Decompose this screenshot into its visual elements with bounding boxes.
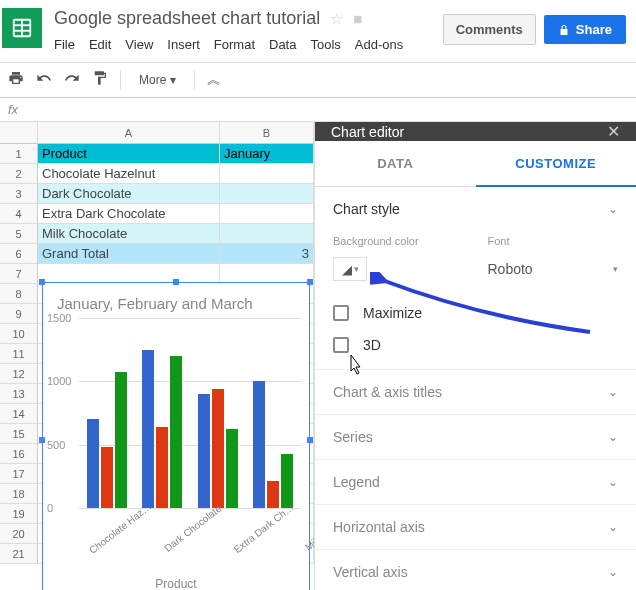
section-titles[interactable]: Chart & axis titles⌄ — [315, 370, 636, 414]
cell[interactable]: Chocolate Hazelnut — [38, 164, 220, 184]
row-header[interactable]: 18 — [0, 484, 38, 504]
chevron-down-icon: ⌄ — [608, 520, 618, 534]
dropdown-icon: ▾ — [613, 264, 618, 274]
cell[interactable] — [220, 264, 314, 284]
cell[interactable]: Dark Chocolate — [38, 184, 220, 204]
row-header[interactable]: 21 — [0, 544, 38, 564]
cell[interactable] — [220, 184, 314, 204]
col-header-b[interactable]: B — [220, 122, 314, 144]
row-header[interactable]: 4 — [0, 204, 38, 224]
chart-x-labels: Chocolate Haz…Dark ChocolateExtra Dark C… — [43, 518, 309, 535]
chevron-down-icon: ⌄ — [608, 565, 618, 579]
section-haxis[interactable]: Horizontal axis⌄ — [315, 505, 636, 549]
star-icon[interactable]: ☆ — [330, 10, 343, 28]
select-all-corner[interactable] — [0, 122, 38, 144]
row-header[interactable]: 9 — [0, 304, 38, 324]
cell[interactable] — [220, 204, 314, 224]
menu-format[interactable]: Format — [214, 37, 255, 52]
row-header[interactable]: 14 — [0, 404, 38, 424]
chart-title: January, February and March — [43, 283, 309, 318]
row-header[interactable]: 5 — [0, 224, 38, 244]
row-header[interactable]: 16 — [0, 444, 38, 464]
resize-handle[interactable] — [307, 279, 313, 285]
menu-view[interactable]: View — [125, 37, 153, 52]
sheets-logo[interactable] — [2, 8, 42, 48]
menu-edit[interactable]: Edit — [89, 37, 111, 52]
menu-addons[interactable]: Add-ons — [355, 37, 403, 52]
menu-data[interactable]: Data — [269, 37, 296, 52]
chevron-down-icon: ⌄ — [608, 202, 618, 216]
undo-icon[interactable] — [36, 70, 52, 90]
cell[interactable]: Grand Total — [38, 244, 220, 264]
row-header[interactable]: 15 — [0, 424, 38, 444]
row-header[interactable]: 13 — [0, 384, 38, 404]
chevron-down-icon: ⌄ — [608, 475, 618, 489]
embedded-chart[interactable]: January, February and March 050010001500… — [42, 282, 310, 590]
chevron-down-icon: ⌄ — [608, 430, 618, 444]
cell[interactable]: Product — [38, 144, 220, 164]
row-header[interactable]: 7 — [0, 264, 38, 284]
cell[interactable] — [220, 164, 314, 184]
redo-icon[interactable] — [64, 70, 80, 90]
chevron-down-icon: ⌄ — [608, 385, 618, 399]
folder-icon[interactable]: ■ — [353, 10, 362, 27]
resize-handle[interactable] — [173, 279, 179, 285]
toolbar-separator — [120, 70, 121, 90]
fill-icon: ◢ — [342, 262, 352, 277]
3d-label: 3D — [363, 337, 381, 353]
bgcolor-label: Background color — [333, 235, 464, 257]
3d-checkbox[interactable] — [333, 337, 349, 353]
cell[interactable]: January — [220, 144, 314, 164]
row-header[interactable]: 19 — [0, 504, 38, 524]
row-header[interactable]: 8 — [0, 284, 38, 304]
bgcolor-picker[interactable]: ◢▾ — [333, 257, 367, 281]
section-legend[interactable]: Legend⌄ — [315, 460, 636, 504]
cell[interactable]: Milk Chocolate — [38, 224, 220, 244]
cell[interactable]: 3 — [220, 244, 314, 264]
font-select[interactable]: Roboto ▾ — [488, 257, 619, 277]
resize-handle[interactable] — [39, 279, 45, 285]
fx-label: fx — [8, 102, 30, 117]
print-icon[interactable] — [8, 70, 24, 90]
row-header[interactable]: 1 — [0, 144, 38, 164]
dropdown-icon: ▾ — [354, 264, 359, 274]
paint-format-icon[interactable] — [92, 70, 108, 90]
section-vaxis[interactable]: Vertical axis⌄ — [315, 550, 636, 590]
row-header[interactable]: 2 — [0, 164, 38, 184]
section-series[interactable]: Series⌄ — [315, 415, 636, 459]
row-header[interactable]: 12 — [0, 364, 38, 384]
cell[interactable] — [220, 224, 314, 244]
doc-title[interactable]: Google spreadsheet chart tutorial — [54, 8, 320, 29]
row-header[interactable]: 17 — [0, 464, 38, 484]
row-header[interactable]: 6 — [0, 244, 38, 264]
menu-tools[interactable]: Tools — [310, 37, 340, 52]
cell[interactable]: Extra Dark Chocolate — [38, 204, 220, 224]
row-header[interactable]: 20 — [0, 524, 38, 544]
menu-file[interactable]: File — [54, 37, 75, 52]
share-button[interactable]: Share — [544, 15, 626, 44]
editor-title: Chart editor — [331, 124, 404, 140]
maximize-label: Maximize — [363, 305, 422, 321]
lock-icon — [558, 24, 570, 36]
spreadsheet-grid[interactable]: A B 1ProductJanuary 2Chocolate Hazelnut … — [0, 122, 314, 590]
section-chart-style[interactable]: Chart style ⌄ — [315, 187, 636, 231]
more-button[interactable]: More ▾ — [133, 70, 182, 90]
close-icon[interactable]: ✕ — [607, 122, 620, 141]
row-header[interactable]: 3 — [0, 184, 38, 204]
chart-plot-area: 050010001500 — [43, 318, 309, 518]
collapse-toolbar-icon[interactable]: ︽ — [207, 71, 221, 89]
row-header[interactable]: 11 — [0, 344, 38, 364]
row-header[interactable]: 10 — [0, 324, 38, 344]
toolbar-separator — [194, 70, 195, 90]
cell[interactable] — [38, 264, 220, 284]
menu-insert[interactable]: Insert — [167, 37, 200, 52]
col-header-a[interactable]: A — [38, 122, 220, 144]
comments-button[interactable]: Comments — [443, 14, 536, 45]
maximize-checkbox[interactable] — [333, 305, 349, 321]
chart-editor-panel: Chart editor ✕ DATA CUSTOMIZE Chart styl… — [314, 122, 636, 590]
tab-customize[interactable]: CUSTOMIZE — [476, 141, 637, 187]
tab-data[interactable]: DATA — [315, 141, 476, 187]
font-label: Font — [488, 235, 619, 257]
